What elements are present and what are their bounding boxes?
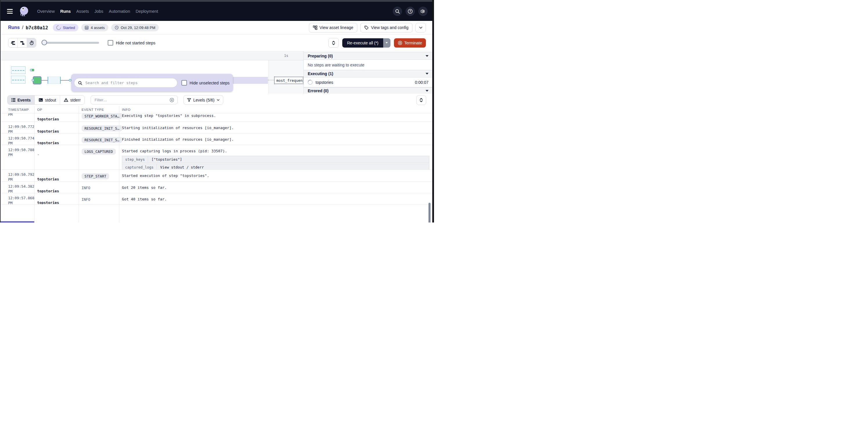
metadata-row: captured_logs View stdout / stderr bbox=[122, 164, 429, 170]
assets-badge[interactable]: 4 assets bbox=[81, 24, 108, 31]
hide-unselected-checkbox[interactable] bbox=[181, 80, 187, 85]
events-table: TIMESTAMP OP EVENT TYPE INFO PM topstori… bbox=[0, 106, 434, 222]
hide-not-started-label: Hide not started steps bbox=[116, 41, 155, 45]
run-header: Runs / b7c80a12 Started 4 assets Oct 29,… bbox=[0, 21, 434, 35]
terminate-button[interactable]: Terminate bbox=[394, 38, 426, 47]
gantt-step-most-frequent[interactable]: most_frequent_ bbox=[274, 77, 303, 84]
search-icon[interactable] bbox=[393, 7, 402, 16]
run-actions-menu-button[interactable] bbox=[415, 23, 426, 33]
reexecute-button[interactable]: Re-execute all (*) bbox=[342, 38, 383, 47]
event-row[interactable]: PM topstories STEP_WORKER_STA… Executing… bbox=[0, 113, 434, 122]
step-status-panel: Preparing (0) No steps are waiting to ex… bbox=[303, 52, 433, 94]
help-icon[interactable]: ? bbox=[406, 7, 415, 16]
funnel-icon bbox=[187, 98, 191, 102]
horizontal-scroll-indicator[interactable] bbox=[0, 221, 34, 222]
event-row[interactable]: 12:09:50.792PM topstories STEP_START Sta… bbox=[0, 170, 434, 181]
breadcrumb-runs-link[interactable]: Runs bbox=[8, 25, 20, 30]
waterfall-view-icon[interactable] bbox=[18, 38, 27, 47]
log-view-tabs: Events stdout stderr bbox=[7, 95, 85, 105]
pending-dependency-line bbox=[268, 80, 274, 80]
gantt-dynamic-step-placeholder[interactable] bbox=[11, 66, 26, 74]
gantt-step-dot[interactable] bbox=[32, 69, 34, 71]
tab-stdout[interactable]: stdout bbox=[35, 96, 60, 104]
expand-icon bbox=[420, 98, 423, 102]
col-timestamp: TIMESTAMP bbox=[8, 108, 29, 111]
nav-item-automation[interactable]: Automation bbox=[109, 9, 130, 14]
event-row[interactable]: 12:09:50.772PM topstories RESOURCE_INIT_… bbox=[0, 122, 434, 133]
tab-events[interactable]: Events bbox=[7, 96, 35, 104]
hamburger-icon[interactable] bbox=[7, 9, 13, 14]
gantt-dynamic-step-placeholder[interactable] bbox=[11, 76, 26, 83]
gear-icon[interactable] bbox=[418, 7, 428, 16]
window-top-strip bbox=[0, 0, 434, 2]
gantt-step-queued[interactable] bbox=[48, 77, 61, 84]
event-type-chip: RESOURCE_INIT_S… bbox=[82, 125, 122, 131]
collapse-caret-icon bbox=[426, 73, 429, 74]
run-id: b7c80a12 bbox=[26, 25, 48, 30]
gantt-search-overlay: Hide unselected steps bbox=[71, 74, 233, 92]
executing-step-row[interactable]: topstories 0:00:07 bbox=[304, 77, 433, 87]
dependency-node-circle bbox=[32, 79, 34, 81]
metadata-row: step_keys ["topstories"] bbox=[122, 156, 429, 163]
events-list-icon bbox=[11, 98, 16, 102]
clear-icon[interactable] bbox=[169, 98, 174, 102]
gantt-gridline bbox=[269, 60, 269, 94]
log-filter-box[interactable] bbox=[91, 96, 178, 104]
slider-track[interactable] bbox=[42, 42, 99, 44]
nav-item-assets[interactable]: Assets bbox=[76, 9, 89, 14]
captured-logs-link[interactable]: View stdout / stderr bbox=[157, 164, 208, 170]
nav-item-deployment[interactable]: Deployment bbox=[135, 9, 158, 14]
window-scrollbar-track[interactable] bbox=[432, 0, 434, 222]
gantt-zoom-slider[interactable] bbox=[42, 40, 99, 46]
top-nav: Overview Runs Assets Jobs Automation Dep… bbox=[0, 2, 434, 21]
clock-icon bbox=[115, 26, 119, 30]
event-type-chip: STEP_WORKER_STA… bbox=[82, 113, 122, 119]
chevron-down-icon bbox=[217, 99, 219, 101]
tag-icon bbox=[364, 26, 369, 30]
hide-unselected-label: Hide unselected steps bbox=[190, 81, 229, 85]
section-errored[interactable]: Errored (0) bbox=[304, 87, 433, 94]
expand-logs-button[interactable] bbox=[416, 95, 426, 105]
terminate-icon bbox=[398, 41, 402, 45]
gantt-view-switcher bbox=[8, 38, 36, 47]
hide-not-started-checkbox[interactable] bbox=[108, 40, 113, 45]
flat-view-icon[interactable] bbox=[8, 38, 18, 47]
executing-step-name: topstories bbox=[315, 80, 333, 85]
slider-knob[interactable] bbox=[41, 40, 47, 45]
stderr-icon bbox=[64, 98, 68, 102]
event-metadata-table: step_keys ["topstories"] captured_logs V… bbox=[122, 156, 429, 170]
nav-item-jobs[interactable]: Jobs bbox=[94, 9, 103, 14]
timing-view-icon[interactable] bbox=[27, 38, 36, 47]
view-tags-config-button[interactable]: View tags and config bbox=[360, 23, 412, 33]
assets-grid-icon bbox=[85, 26, 89, 30]
gantt-time-axis: 1s bbox=[0, 52, 303, 60]
event-type-plain: INFO bbox=[82, 185, 90, 190]
levels-dropdown[interactable]: Levels (5/6) bbox=[183, 95, 223, 105]
tab-stderr[interactable]: stderr bbox=[60, 96, 85, 104]
window-left-edge bbox=[0, 0, 1, 222]
dagster-logo[interactable] bbox=[18, 5, 30, 18]
table-header: TIMESTAMP OP EVENT TYPE INFO bbox=[0, 106, 434, 113]
nav-item-runs[interactable]: Runs bbox=[60, 9, 70, 14]
panel-resize-button[interactable] bbox=[328, 38, 339, 47]
col-info: INFO bbox=[122, 108, 131, 111]
event-row[interactable]: 12:09:50.774PM topstories RESOURCE_INIT_… bbox=[0, 133, 434, 145]
step-search-input[interactable] bbox=[85, 80, 173, 85]
dagster-run-page: Overview Runs Assets Jobs Automation Dep… bbox=[0, 0, 434, 222]
nav-item-overview[interactable]: Overview bbox=[37, 9, 55, 14]
reexecute-split-button: Re-execute all (*) bbox=[342, 38, 390, 47]
event-row[interactable]: 12:09:50.788PM - LOGS_CAPTURED Started c… bbox=[0, 145, 434, 170]
view-asset-lineage-button[interactable]: View asset lineage bbox=[309, 23, 358, 33]
events-toolbar: Events stdout stderr Levels (5/6) bbox=[0, 94, 434, 106]
step-search-box[interactable] bbox=[74, 78, 177, 88]
collapse-caret-icon bbox=[426, 55, 429, 57]
event-row[interactable]: 12:09:54.382PM topstories INFO Got 20 it… bbox=[0, 181, 434, 193]
log-filter-input[interactable] bbox=[94, 98, 167, 102]
section-executing[interactable]: Executing (1) bbox=[304, 70, 433, 77]
table-scrollbar-thumb[interactable] bbox=[429, 203, 431, 222]
section-preparing[interactable]: Preparing (0) bbox=[304, 52, 433, 60]
reexecute-menu-button[interactable] bbox=[383, 38, 391, 47]
spinner-icon bbox=[55, 24, 62, 31]
caret-down-icon bbox=[385, 42, 388, 43]
event-row[interactable]: 12:09:57.868PM topstories INFO Got 40 it… bbox=[0, 193, 434, 205]
